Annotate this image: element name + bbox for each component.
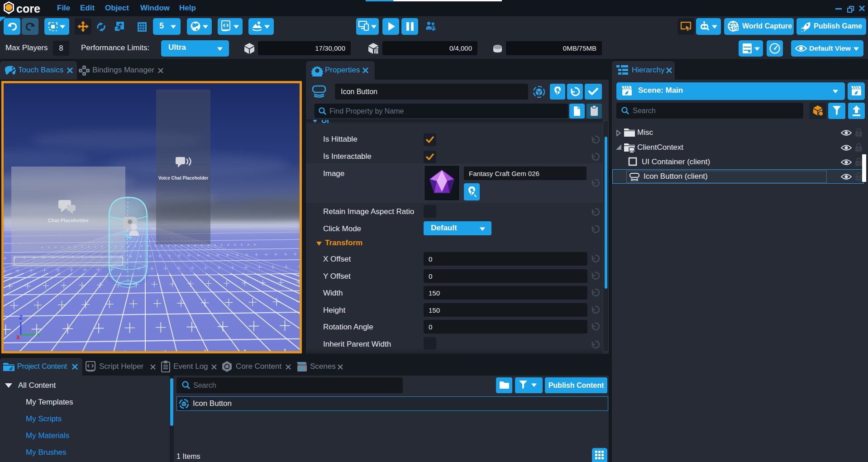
svg-text:UI: UI xyxy=(321,120,329,124)
svg-text:X: X xyxy=(16,334,20,340)
svg-text:Z: Z xyxy=(19,314,23,321)
svg-text:Y: Y xyxy=(37,332,41,338)
